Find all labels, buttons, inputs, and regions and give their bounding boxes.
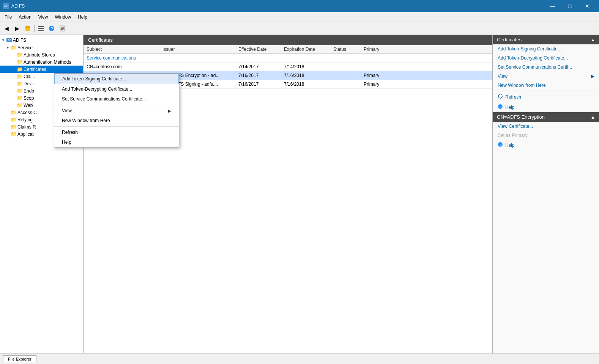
close-button[interactable]: ✕ bbox=[579, 0, 596, 12]
menu-action[interactable]: Action bbox=[16, 13, 34, 21]
ctx-help-label: Help bbox=[62, 140, 71, 145]
menu-window[interactable]: Window bbox=[52, 13, 74, 21]
row2-primary: Primary bbox=[364, 73, 394, 78]
ctx-view-label: View bbox=[62, 108, 72, 113]
root-expand-icon: ▼ bbox=[2, 38, 5, 42]
set-primary-label: Set as Primary bbox=[498, 133, 528, 138]
action-refresh[interactable]: Refresh bbox=[493, 92, 599, 102]
back-button[interactable]: ◀ bbox=[2, 24, 11, 33]
ctx-set-service-comm[interactable]: Set Service Communications Certificate..… bbox=[54, 94, 179, 104]
table-header: Subject Issuer Effective Date Expiration… bbox=[84, 45, 492, 54]
maximize-button[interactable]: □ bbox=[561, 0, 579, 12]
properties-button[interactable] bbox=[57, 24, 67, 33]
help-button[interactable]: ? bbox=[47, 24, 57, 33]
root-icon: AD bbox=[6, 37, 12, 43]
tree-attribute-stores[interactable]: 📁 Attribute Stores bbox=[0, 51, 83, 58]
actions-cert-toggle[interactable]: ▲ bbox=[591, 37, 595, 42]
tree-cert-label: Certificates bbox=[24, 67, 46, 72]
action-new-window[interactable]: New Window from Here bbox=[493, 81, 599, 90]
col-issuer: Issuer bbox=[162, 47, 238, 52]
claims-r-expand-icon bbox=[6, 125, 10, 129]
ctx-set-service-comm-label: Set Service Communications Certificate..… bbox=[62, 96, 146, 102]
view-cert-label: View Certificate... bbox=[498, 124, 533, 129]
help-cert-label: Help bbox=[505, 105, 515, 110]
svg-text:AD: AD bbox=[8, 39, 11, 42]
actions-section-adfs-encryption: CN=ADFS Encryption ▲ bbox=[493, 112, 599, 122]
section-label: Service communications bbox=[87, 55, 136, 61]
title-bar-left: AD AD FS bbox=[3, 3, 25, 9]
action-help-cert[interactable]: ? Help bbox=[493, 102, 599, 112]
tree-certificates[interactable]: 📁 Certificates bbox=[0, 66, 83, 73]
show-scope-button[interactable] bbox=[36, 24, 46, 33]
ctx-refresh[interactable]: Refresh bbox=[54, 127, 179, 137]
web-expand-icon bbox=[12, 104, 16, 107]
ctx-new-window[interactable]: New Window from Here bbox=[54, 116, 179, 126]
svg-rect-4 bbox=[38, 30, 44, 31]
new-window-label: New Window from Here bbox=[498, 83, 546, 88]
forward-button[interactable]: ▶ bbox=[12, 24, 22, 33]
action-add-signing[interactable]: Add Token-Signing Certificate... bbox=[493, 44, 599, 53]
ctx-add-decrypting[interactable]: Add Token-Decrypting Certificate... bbox=[54, 84, 179, 94]
tree-root[interactable]: ▼ AD AD FS bbox=[0, 36, 83, 44]
svg-text:?: ? bbox=[500, 105, 502, 109]
app-folder-icon: 📁 bbox=[11, 131, 17, 137]
ctx-help[interactable]: Help bbox=[54, 137, 179, 147]
ctx-add-decrypting-label: Add Token-Decrypting Certificate... bbox=[62, 86, 132, 92]
add-signing-label: Add Token-Signing Certificate... bbox=[498, 46, 561, 52]
tree-app-label: Applicat bbox=[17, 132, 34, 137]
menu-help[interactable]: Help bbox=[75, 13, 90, 21]
access-folder-icon: 📁 bbox=[11, 110, 17, 115]
ctx-sep-2 bbox=[54, 126, 179, 127]
row3-effective: 7/16/2017 bbox=[238, 82, 284, 87]
row1-expiration: 7/14/2018 bbox=[284, 64, 333, 69]
minimize-button[interactable]: — bbox=[544, 0, 561, 12]
set-service-comm-label: Set Service Communications Certif... bbox=[498, 64, 572, 70]
actions-panel: Certificates ▲ Add Token-Signing Certifi… bbox=[493, 35, 599, 353]
table-row[interactable]: CN=contoso.com 7/14/2017 7/14/2018 bbox=[84, 63, 492, 71]
svg-rect-10 bbox=[61, 29, 63, 30]
actions-cert-title: Certificates bbox=[497, 37, 522, 42]
tree-service-label: Service bbox=[17, 45, 33, 50]
ctx-add-signing-label: Add Token-Signing Certificate... bbox=[62, 76, 126, 82]
ctx-view[interactable]: View ▶ bbox=[54, 106, 179, 116]
ctx-add-signing[interactable]: Add Token-Signing Certificate... bbox=[54, 74, 179, 84]
app-icon: AD bbox=[3, 3, 9, 9]
refresh-icon bbox=[498, 94, 503, 100]
claims-expand-icon bbox=[12, 75, 16, 78]
svg-rect-8 bbox=[61, 27, 64, 28]
relying-folder-icon: 📁 bbox=[11, 117, 17, 122]
tree-auth-label: Authentication Methods bbox=[24, 60, 71, 65]
scope-expand-icon bbox=[12, 96, 16, 100]
window-controls: — □ ✕ bbox=[544, 0, 596, 12]
section-service-comm: Service communications bbox=[84, 54, 492, 63]
actions-divider-1 bbox=[493, 91, 599, 91]
tree-endp-label: Endp bbox=[24, 88, 34, 94]
attr-folder-icon: 📁 bbox=[17, 52, 23, 58]
row2-effective: 7/16/2017 bbox=[238, 73, 284, 78]
actions-section-certificates: Certificates ▲ bbox=[493, 35, 599, 44]
toolbar: ◀ ▶ ? bbox=[0, 22, 599, 35]
relying-expand-icon bbox=[6, 118, 10, 122]
menu-view[interactable]: View bbox=[35, 13, 51, 21]
action-add-decrypting[interactable]: Add Token-Decrypting Certificate... bbox=[493, 53, 599, 63]
menu-file[interactable]: File bbox=[2, 13, 15, 21]
tree-claims-r-label: Claims R bbox=[17, 124, 36, 130]
access-expand-icon bbox=[6, 111, 10, 115]
action-view[interactable]: View ▶ bbox=[493, 72, 599, 81]
svg-rect-9 bbox=[61, 28, 64, 29]
tree-service[interactable]: ▼ 📁 Service bbox=[0, 44, 83, 51]
claims-folder-icon: 📁 bbox=[17, 74, 23, 79]
col-subject: Subject bbox=[87, 47, 162, 52]
help-enc-icon: ? bbox=[498, 142, 503, 148]
action-help-enc[interactable]: ? Help bbox=[493, 140, 599, 150]
action-view-cert[interactable]: View Certificate... bbox=[493, 122, 599, 131]
file-explorer-tab[interactable]: File Explorer bbox=[3, 355, 36, 362]
service-expand-icon: ▼ bbox=[6, 46, 10, 50]
svg-rect-3 bbox=[38, 28, 44, 29]
up-button[interactable] bbox=[23, 24, 33, 33]
tree-auth-methods[interactable]: 📁 Authentication Methods bbox=[0, 58, 83, 66]
action-set-service-comm[interactable]: Set Service Communications Certif... bbox=[493, 63, 599, 72]
actions-enc-toggle[interactable]: ▲ bbox=[591, 115, 595, 120]
col-effective: Effective Date bbox=[238, 47, 284, 52]
svg-text:?: ? bbox=[500, 143, 502, 147]
